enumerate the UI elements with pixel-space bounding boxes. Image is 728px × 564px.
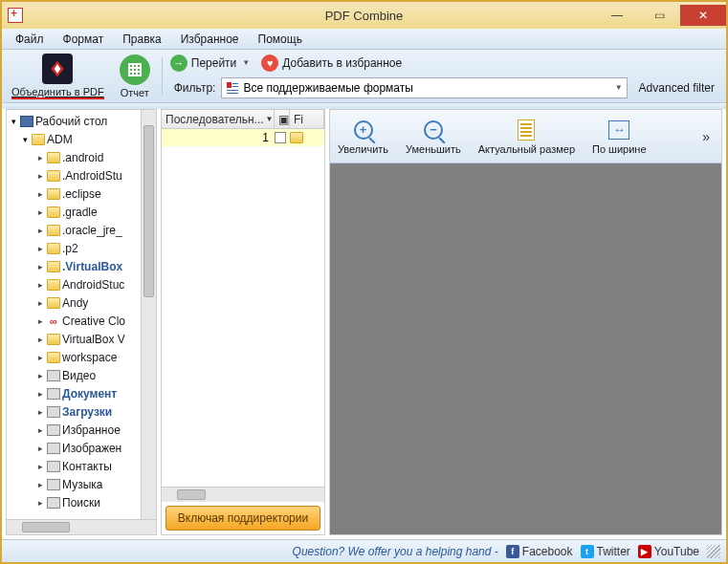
folder-icon: [32, 134, 45, 145]
folder-icon: [290, 132, 303, 143]
system-folder-icon: [47, 370, 60, 381]
menu-edit[interactable]: Правка: [115, 31, 169, 48]
include-subdirs-button[interactable]: Включая поддиректории: [165, 506, 320, 531]
menubar: Файл Формат Правка Избранное Помощь: [2, 29, 726, 50]
tree-row[interactable]: ▸Документ: [7, 384, 156, 402]
tree-row[interactable]: ▸Избранное: [7, 421, 156, 439]
close-button[interactable]: ✕: [680, 5, 726, 26]
fit-width-icon: ↔: [608, 120, 629, 140]
list-header: Последовательн...▼ ▣ Fi: [162, 110, 324, 129]
tree-vertical-scrollbar[interactable]: [141, 110, 156, 519]
tree-row[interactable]: ▸.VirtualBox: [7, 257, 156, 275]
list-item[interactable]: 1: [162, 129, 324, 146]
preview-panel: + Увеличить − Уменьшить Актуальный разме…: [329, 109, 722, 535]
maximize-button[interactable]: ▭: [638, 5, 680, 26]
youtube-link[interactable]: ▶ YouTube: [638, 545, 699, 558]
filter-format-icon: [226, 81, 239, 95]
tree-row[interactable]: ▸.AndroidStu: [7, 166, 156, 184]
tree-row[interactable]: ▸.gradle: [7, 203, 156, 221]
system-folder-icon: [47, 479, 60, 490]
go-icon: →: [170, 54, 188, 72]
creative-cloud-icon: ∞: [47, 315, 60, 328]
facebook-link[interactable]: f Facebook: [506, 545, 573, 558]
menu-favorites[interactable]: Избранное: [173, 31, 247, 48]
tree-row-desktop[interactable]: ▾ Рабочий стол: [7, 112, 156, 130]
folder-icon: [47, 243, 60, 254]
folder-icon: [47, 206, 60, 218]
minimize-button[interactable]: —: [596, 5, 638, 26]
tree-row[interactable]: ▸Контакты: [7, 457, 156, 475]
report-button[interactable]: Отчет: [116, 53, 154, 100]
add-favorite-button[interactable]: ♥ Добавить в избранное: [261, 54, 402, 72]
preview-toolbar: + Увеличить − Уменьшить Актуальный разме…: [330, 110, 721, 163]
tree-row[interactable]: ▸AndroidStuc: [7, 275, 156, 293]
list-horizontal-scrollbar[interactable]: [162, 487, 324, 502]
column-file[interactable]: Fi: [290, 110, 324, 128]
window-controls: — ▭ ✕: [596, 5, 726, 26]
folder-icon: [47, 225, 60, 236]
checkbox[interactable]: [275, 132, 286, 143]
svg-rect-13: [232, 86, 238, 87]
menu-format[interactable]: Формат: [55, 31, 112, 48]
menu-help[interactable]: Помощь: [251, 31, 310, 48]
folder-tree[interactable]: ▾ Рабочий стол ▾ ADM ▸.android▸.AndroidS…: [7, 110, 156, 519]
tree-row[interactable]: ▸.p2: [7, 239, 156, 257]
zoom-in-button[interactable]: + Увеличить: [338, 119, 388, 155]
pdf-icon: [42, 54, 73, 84]
resize-grip[interactable]: [707, 545, 720, 558]
filter-select[interactable]: Все поддерживаемые форматы ▼: [221, 77, 627, 98]
tree-row-user[interactable]: ▾ ADM: [7, 130, 156, 148]
svg-rect-12: [232, 83, 238, 84]
folder-tree-panel: ▾ Рабочий стол ▾ ADM ▸.android▸.AndroidS…: [6, 109, 157, 535]
statusbar: Question? We offer you a helping hand - …: [2, 539, 726, 562]
svg-rect-7: [130, 73, 132, 75]
tree-row[interactable]: ▸∞Creative Clo: [7, 312, 156, 330]
file-list[interactable]: 1: [162, 129, 324, 487]
menu-file[interactable]: Файл: [8, 31, 52, 48]
svg-rect-3: [138, 65, 140, 67]
tree-row[interactable]: ▸.eclipse: [7, 184, 156, 203]
svg-rect-1: [130, 65, 132, 67]
zoom-out-button[interactable]: − Уменьшить: [406, 119, 461, 155]
fit-width-button[interactable]: ↔ По ширине: [592, 119, 647, 155]
tree-row[interactable]: ▸VirtualBox V: [7, 330, 156, 348]
system-folder-icon: [47, 424, 60, 436]
zoom-in-icon: +: [354, 120, 373, 140]
toolbar-overflow-button[interactable]: »: [698, 129, 714, 144]
tree-row[interactable]: ▸Загрузки: [7, 402, 156, 421]
twitter-link[interactable]: t Twitter: [581, 545, 630, 558]
youtube-icon: ▶: [638, 545, 651, 558]
folder-icon: [47, 279, 60, 291]
help-text: Question? We offer you a helping hand -: [293, 545, 498, 558]
actual-size-button[interactable]: Актуальный размер: [478, 119, 575, 155]
tree-row[interactable]: ▸workspace: [7, 348, 156, 366]
folder-icon: [47, 352, 60, 363]
twitter-icon: t: [581, 545, 594, 558]
main-toolbar: Объединить в PDF Отчет → Перейти ▼ ♥ Доб…: [2, 50, 726, 103]
svg-rect-2: [134, 65, 136, 67]
go-button[interactable]: → Перейти ▼: [170, 54, 250, 72]
tree-row[interactable]: ▸Видео: [7, 366, 156, 384]
tree-row[interactable]: ▸Изображен: [7, 439, 156, 457]
app-window: PDF Combine — ▭ ✕ Файл Формат Правка Изб…: [0, 0, 728, 564]
svg-rect-5: [134, 69, 136, 71]
tree-row[interactable]: ▸Andy: [7, 293, 156, 312]
system-folder-icon: [47, 461, 60, 472]
tree-row[interactable]: ▸Музыка: [7, 475, 156, 493]
advanced-filter-link[interactable]: Advanced filter: [633, 81, 720, 95]
combine-pdf-button[interactable]: Объединить в PDF: [8, 52, 108, 101]
column-check[interactable]: ▣: [275, 110, 290, 128]
document-icon: [518, 119, 535, 141]
system-folder-icon: [47, 497, 60, 509]
desktop-icon: [20, 116, 33, 127]
chevron-down-icon: ▼: [615, 83, 623, 92]
column-sequence[interactable]: Последовательн...▼: [162, 110, 275, 128]
folder-icon: [47, 188, 60, 200]
tree-row[interactable]: ▸.android: [7, 148, 156, 166]
folder-icon: [47, 334, 60, 345]
system-folder-icon: [47, 443, 60, 454]
tree-row[interactable]: ▸.oracle_jre_: [7, 221, 156, 239]
tree-row[interactable]: ▸Поиски: [7, 493, 156, 511]
folder-icon: [47, 152, 60, 163]
tree-horizontal-scrollbar[interactable]: [7, 519, 156, 534]
